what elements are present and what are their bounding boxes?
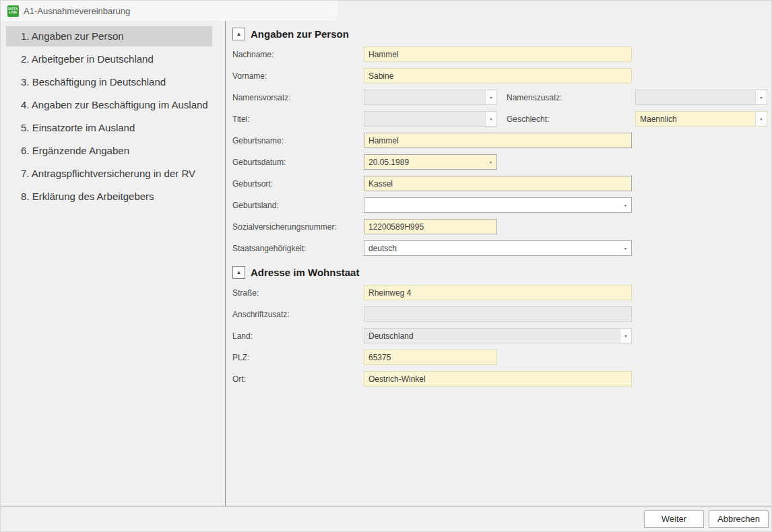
titlebar-content: DATA LINE A1-Ausnahmevereinbarung [7,1,130,21]
sidebar-item-ergaenzende-angaben[interactable]: 6. Ergänzende Angaben [6,141,212,161]
geburtsname-input[interactable]: Hammel [364,133,632,148]
titel-select[interactable]: ▼ [364,111,497,127]
geburtsland-label: Geburtsland: [232,201,364,210]
namenszusatz-label: Namenszusatz: [507,93,635,102]
geburtsort-label: Geburtsort: [232,179,364,189]
sozialversicherungsnummer-label: Sozialversicherungsnummer: [232,222,364,232]
geschlecht-label: Geschlecht: [507,114,635,124]
sidebar-item-beschaeftigung-in-deutschland[interactable]: 3. Beschäftigung in Deutschland [6,72,212,92]
geburtsdatum-datepicker[interactable]: 20.05.1989 ▼ [364,154,497,170]
form-row-sozialversicherungsnummer: Sozialversicherungsnummer: 12200589H995 [232,219,767,234]
land-label: Land: [232,331,364,341]
form-row-anschriftzusatz: Anschriftzusatz: [232,306,767,322]
abbrechen-button[interactable]: Abbrechen [709,510,769,528]
nachname-value: Hammel [368,50,399,59]
sidebar-item-arbeitgeber-in-deutschland[interactable]: 2. Arbeitgeber in Deutschland [6,49,212,69]
anschriftzusatz-input[interactable] [364,306,632,322]
chevron-down-icon[interactable]: ▼ [755,90,767,104]
footer-bar: Weiter Abbrechen [1,506,771,531]
chevron-down-icon[interactable]: ▼ [620,329,631,343]
plz-label: PLZ: [232,353,364,362]
strasse-input[interactable]: Rheinweg 4 [364,285,632,300]
geburtsort-input[interactable]: Kassel [364,176,632,191]
geburtsland-select[interactable]: ▼ [364,197,632,213]
strasse-label: Straße: [232,288,364,298]
strasse-value: Rheinweg 4 [368,288,411,298]
form-row-nachname: Nachname: Hammel [232,46,767,62]
section-title: Angaben zur Person [251,28,349,40]
plz-input[interactable]: 65375 [364,350,497,365]
collapse-section-button[interactable]: ▲ [232,28,245,40]
titel-label: Titel: [232,114,364,124]
vorname-value: Sabine [368,71,393,81]
window-title: A1-Ausnahmevereinbarung [24,6,130,16]
sozialversicherungsnummer-value: 12200589H995 [368,222,424,232]
namensvorsatz-label: Namensvorsatz: [232,93,364,102]
form-row-geburtsdatum: Geburtsdatum: 20.05.1989 ▼ [232,154,767,170]
chevron-down-icon[interactable]: ▼ [485,90,496,104]
sidebar-item-antragspflichtversicherung[interactable]: 7. Antragspflichtversicherung in der RV [6,164,212,184]
chevron-down-icon[interactable]: ▼ [485,155,496,169]
anschriftzusatz-label: Anschriftzusatz: [232,310,364,319]
geschlecht-select[interactable]: Maennlich ▼ [635,111,767,127]
dataline-logo-icon: DATA LINE [7,5,19,17]
chevron-down-icon[interactable]: ▼ [620,241,631,255]
form-row-namensvorsatz-namenszusatz: Namensvorsatz: ▼ Namenszusatz: ▼ [232,90,767,105]
geburtsdatum-label: Geburtsdatum: [232,158,364,167]
geburtsort-value: Kassel [368,179,393,189]
form-row-geburtsname: Geburtsname: Hammel [232,133,767,148]
section-header-angaben-zur-person: ▲ Angaben zur Person [232,27,767,41]
sidebar-item-angaben-zur-person[interactable]: 1. Angaben zur Person [6,26,212,46]
vorname-input[interactable]: Sabine [364,68,632,84]
nachname-label: Nachname: [232,50,364,59]
staatsangehoerigkeit-select[interactable]: deutsch ▼ [364,240,632,256]
sidebar-item-erklaerung-des-arbeitgebers[interactable]: 8. Erklärung des Arbeitgebers [6,187,212,207]
weiter-button[interactable]: Weiter [644,510,704,528]
section-title: Adresse im Wohnstaat [251,267,359,278]
staatsangehoerigkeit-value: deutsch [368,244,397,253]
geburtsname-label: Geburtsname: [232,136,364,145]
chevron-down-icon[interactable]: ▼ [620,198,631,212]
ort-value: Oestrich-Winkel [368,374,426,384]
form-row-plz: PLZ: 65375 [232,350,767,365]
titlebar: DATA LINE A1-Ausnahmevereinbarung [1,1,771,21]
form-row-staatsangehoerigkeit: Staatsangehörigkeit: deutsch ▼ [232,240,767,256]
ort-input[interactable]: Oestrich-Winkel [364,371,632,387]
form-row-vorname: Vorname: Sabine [232,68,767,84]
form-row-land: Land: Deutschland ▼ [232,328,767,343]
land-select[interactable]: Deutschland ▼ [364,328,632,343]
form-row-geburtsland: Geburtsland: ▼ [232,197,767,213]
form-panel: ▲ Angaben zur Person Nachname: Hammel Vo… [226,21,772,506]
namensvorsatz-select[interactable]: ▼ [364,90,497,105]
form-row-geburtsort: Geburtsort: Kassel [232,176,767,191]
sidebar-item-beschaeftigung-im-ausland[interactable]: 4. Angaben zur Beschäftigung im Ausland [6,95,212,115]
ort-label: Ort: [232,374,364,384]
form-row-strasse: Straße: Rheinweg 4 [232,285,767,300]
chevron-down-icon[interactable]: ▼ [485,112,496,126]
collapse-arrow-icon: ▲ [236,269,242,275]
step-sidebar: 1. Angaben zur Person 2. Arbeitgeber in … [1,21,226,506]
collapse-section-button[interactable]: ▲ [232,266,245,279]
staatsangehoerigkeit-label: Staatsangehörigkeit: [232,244,364,253]
land-value: Deutschland [368,331,414,341]
chevron-down-icon[interactable]: ▼ [755,112,767,126]
logo-text-bottom: LINE [9,11,18,14]
collapse-arrow-icon: ▲ [236,31,242,37]
geburtsname-value: Hammel [368,136,399,145]
sozialversicherungsnummer-input[interactable]: 12200589H995 [364,219,497,234]
form-row-titel-geschlecht: Titel: ▼ Geschlecht: Maennlich ▼ [232,111,767,127]
plz-value: 65375 [368,353,391,362]
nachname-input[interactable]: Hammel [364,46,632,62]
a1-dialog-window: DATA LINE A1-Ausnahmevereinbarung 1. Ang… [0,0,772,532]
vorname-label: Vorname: [232,71,364,81]
section-header-adresse-im-wohnstaat: ▲ Adresse im Wohnstaat [232,265,767,279]
sidebar-item-einsatzorte-im-ausland[interactable]: 5. Einsatzorte im Ausland [6,118,212,138]
namenszusatz-select[interactable]: ▼ [635,90,767,105]
form-row-ort: Ort: Oestrich-Winkel [232,371,767,387]
geschlecht-value: Maennlich [640,114,677,124]
dialog-body: 1. Angaben zur Person 2. Arbeitgeber in … [1,21,771,506]
geburtsdatum-value: 20.05.1989 [368,158,409,167]
